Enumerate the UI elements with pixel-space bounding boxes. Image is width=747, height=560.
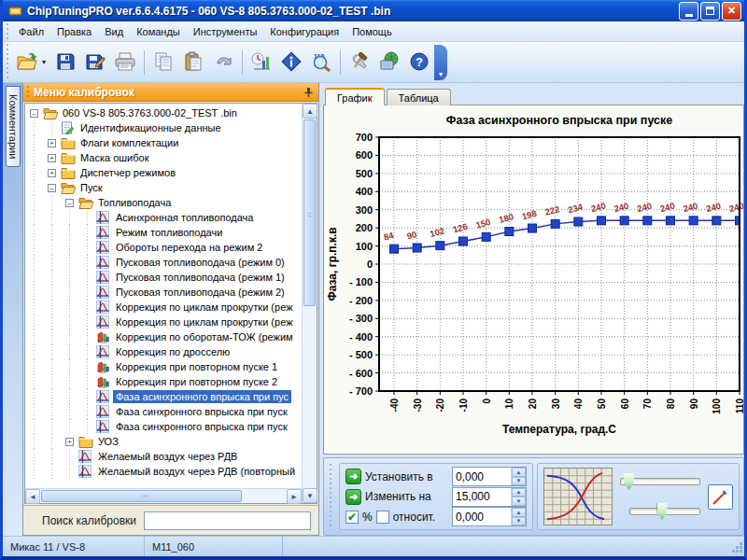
minimize-button[interactable] [679,2,698,21]
tree-item-18[interactable]: Коррекция при повторном пуске 1 [25,359,302,374]
tree-horizontal-scrollbar[interactable]: ◄ ► [25,488,302,503]
tree-item-17[interactable]: Коррекция по дросселю [25,344,302,359]
tree-item-7[interactable]: –Топливоподача [25,195,302,210]
tree-item-10[interactable]: Обороты перехода на режим 2 [25,240,302,255]
tree-item-6[interactable]: –Пуск [25,180,302,195]
spin-up-icon[interactable]: ▲ [512,468,526,477]
spin-down-icon[interactable]: ▼ [512,517,526,526]
svg-text:- 100: - 100 [348,276,372,287]
search-input[interactable] [144,511,311,530]
tree-item-20[interactable]: Фаза асинхронного впрыска при пус [25,389,302,404]
apply-set-button[interactable]: ➜ [345,469,361,484]
slider-bottom[interactable] [620,503,700,520]
open-button[interactable] [13,49,41,77]
edit-curve-button[interactable] [708,484,733,510]
tree-item-15[interactable]: Коррекция по циклам прокрутки (реж [25,315,302,329]
scroll-right-icon[interactable]: ► [287,489,302,504]
spin-up-icon[interactable]: ▲ [512,488,526,497]
menu-item-4[interactable]: Команды [130,23,187,40]
collapse-icon[interactable]: – [61,199,78,207]
expand-icon[interactable]: + [43,139,61,147]
scroll-down-icon[interactable]: ▼ [303,488,317,503]
info-button[interactable] [277,49,305,77]
expand-icon[interactable]: + [61,438,78,446]
set-to-input[interactable] [453,468,511,485]
tree-item-12[interactable]: Пусковая топливоподача (режим 1) [25,270,302,285]
print-button[interactable] [111,49,139,77]
percent-checkbox[interactable]: ✔ [345,511,359,524]
spin-up-icon[interactable]: ▲ [512,508,526,517]
relative-checkbox[interactable] [376,511,389,524]
tree-item-1[interactable]: –060 VS-8 805.3763.000-02_TEST .bin [25,105,302,120]
tree-vertical-scrollbar[interactable]: ▲ ▼ [302,104,317,503]
menu-item-5[interactable]: Инструменты [187,23,264,40]
resize-grip[interactable] [730,540,743,553]
controls-drag-handle[interactable] [328,464,332,529]
comments-side-tab[interactable]: Комментарии [6,86,21,167]
tab-table[interactable]: Таблица [387,89,451,105]
undo-button[interactable] [209,49,237,77]
menu-item-1[interactable]: Файл [12,23,50,40]
tab-graph[interactable]: График [325,88,385,105]
hscroll-thumb[interactable] [41,490,242,502]
toolbar-overflow-button[interactable]: ▾ [434,45,447,80]
apply-change-button[interactable]: ➜ [345,489,361,505]
close-button[interactable]: ✕ [722,2,741,21]
collapse-icon[interactable]: – [43,184,61,192]
slider-thumb[interactable] [657,503,668,520]
save-edit-button[interactable] [81,49,109,77]
pin-button[interactable] [301,85,316,100]
vscroll-thumb[interactable] [303,119,316,306]
tree-item-2[interactable]: Идентификационные данные [25,120,302,135]
tree-item-11[interactable]: Пусковая топливоподача (режим 0) [25,255,302,270]
tools-button[interactable] [345,49,374,77]
paste-button[interactable] [179,49,207,77]
slider-top[interactable] [620,473,700,490]
tree-item-19[interactable]: Коррекция при повторном пуске 2 [25,374,302,389]
slider-thumb[interactable] [624,473,634,490]
tree-item-3[interactable]: +Флаги комплектации [25,135,302,150]
tree-item-9[interactable]: Режим топливоподачи [25,225,302,240]
tree-item-14[interactable]: Коррекция по циклам прокрутки (реж [25,300,302,315]
web-button[interactable] [375,49,403,77]
tree-item-21[interactable]: Фаза синхронного впрыска при пуск [25,404,302,419]
tree-guide [43,195,61,210]
expand-icon[interactable]: + [43,169,61,177]
toolbar-drag-handle[interactable] [5,44,9,80]
menu-item-6[interactable]: Конфигурация [263,23,345,40]
expand-icon[interactable]: + [43,154,61,162]
tree-guide [78,419,96,434]
help-button[interactable]: ? [405,49,433,77]
menu-item-2[interactable]: Правка [50,23,98,40]
save-button[interactable] [51,49,79,77]
collapse-icon[interactable]: – [25,109,43,118]
zoom-110-button[interactable]: 110 [307,49,335,77]
scroll-left-icon[interactable]: ◄ [25,489,40,504]
scroll-up-icon[interactable]: ▲ [303,104,317,119]
tree-guide [78,270,96,285]
change-by-input[interactable] [453,488,511,506]
tree-item-22[interactable]: Фаза синхронного впрыска при пуск [25,419,302,434]
maximize-button[interactable] [700,2,720,21]
tree-item-16[interactable]: Коррекция по оборотам-ТОЖ (режим [25,329,302,344]
tree-item-23[interactable]: +УОЗ [25,434,302,449]
panel-drag-handle[interactable] [26,86,30,98]
chart-plot[interactable]: - 700- 600- 500- 400- 300- 200- 10001002… [325,105,743,454]
tree-item-25[interactable]: Желаемый воздух через РДВ (повторный [25,464,302,479]
spin-down-icon[interactable]: ▼ [512,497,526,506]
tree-item-5[interactable]: +Диспетчер режимов [25,165,302,180]
tree-item-8[interactable]: Асинхронная топливоподача [25,210,302,225]
open-dropdown-button[interactable]: ▾ [42,49,50,77]
menu-item-7[interactable]: Помощь [345,23,399,40]
menu-item-3[interactable]: Вид [98,23,130,40]
menu-drag-handle[interactable] [5,23,9,39]
tree-item-4[interactable]: +Маска ошибок [25,150,302,165]
spin-down-icon[interactable]: ▼ [512,477,526,486]
calibration-search-row: Поиск калибровки [23,505,318,535]
tree-item-13[interactable]: Пусковая топливоподача (режим 2) [25,285,302,300]
copy-button[interactable] [149,49,177,77]
relative-input[interactable] [453,508,511,525]
tree-item-24[interactable]: Желаемый воздух через РДВ [25,449,302,464]
tree-guide [43,210,61,225]
stats-button[interactable] [247,49,275,77]
